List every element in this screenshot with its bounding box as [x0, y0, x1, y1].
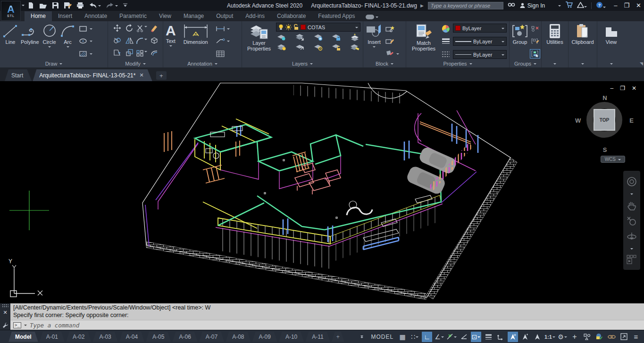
- panel-label-view[interactable]: [597, 60, 625, 67]
- layout-tab-a07[interactable]: A-07: [199, 332, 224, 342]
- new-drawing-tab-button[interactable]: +: [156, 71, 167, 80]
- lineweight-list-icon[interactable]: [441, 37, 451, 46]
- panel-expand-icon[interactable]: ◥: [640, 61, 643, 66]
- command-wrench-icon[interactable]: [2, 322, 8, 330]
- viewcube-north[interactable]: N: [574, 94, 636, 101]
- close-button[interactable]: ✕: [636, 2, 641, 9]
- layer-freeze-icon[interactable]: [314, 33, 323, 42]
- wcs-menu[interactable]: WCS: [601, 156, 625, 163]
- utilities-button[interactable]: Utilities: [546, 23, 563, 60]
- tab-output[interactable]: Output: [210, 11, 239, 21]
- layout-tab-a06[interactable]: A-06: [172, 332, 197, 342]
- connect-icon[interactable]: [366, 15, 378, 21]
- linetype-list-icon[interactable]: [441, 50, 451, 59]
- rotate-icon[interactable]: [125, 24, 134, 33]
- panel-label-groups[interactable]: Groups: [510, 60, 541, 67]
- scale-value[interactable]: 1:1: [544, 332, 555, 342]
- ortho-mode-icon[interactable]: ∟: [422, 332, 432, 342]
- grid-display-icon[interactable]: ▦: [397, 332, 408, 342]
- layout-tab-a02[interactable]: A-02: [66, 332, 91, 342]
- group-selection-toggle-icon[interactable]: [530, 50, 540, 58]
- lineweight-caret-icon[interactable]: [502, 41, 504, 44]
- search-icon[interactable]: [508, 2, 515, 9]
- group-edit-icon[interactable]: [530, 37, 540, 45]
- zoom-icon[interactable]: [627, 216, 637, 226]
- help-icon[interactable]: ?: [596, 1, 606, 10]
- navbar-caret-icon[interactable]: [630, 193, 633, 196]
- layer-lock-icon[interactable]: [332, 33, 341, 42]
- layout-tab-a11[interactable]: A-11: [305, 332, 330, 342]
- polar-tracking-icon[interactable]: ∠: [434, 332, 444, 342]
- clean-screen-icon[interactable]: [619, 332, 629, 342]
- sign-in-caret-icon[interactable]: [558, 5, 561, 8]
- search-input[interactable]: [428, 2, 503, 9]
- table-icon[interactable]: [216, 50, 225, 58]
- model-space-toggle[interactable]: MODEL: [371, 334, 393, 340]
- edit-block-icon[interactable]: [385, 37, 394, 45]
- panel-label-modify[interactable]: Modify: [108, 60, 163, 67]
- layer-match-icon[interactable]: [277, 43, 286, 51]
- rectangle-caret-icon[interactable]: [90, 28, 92, 31]
- object-snap-icon[interactable]: ⊡: [471, 332, 481, 342]
- command-close-icon[interactable]: ✕: [3, 310, 7, 316]
- viewcube[interactable]: N S W E TOP: [574, 95, 636, 152]
- fillet-icon[interactable]: [136, 38, 147, 44]
- offset-icon[interactable]: [150, 50, 158, 58]
- create-block-icon[interactable]: [385, 25, 394, 33]
- orbit-icon[interactable]: [627, 232, 637, 242]
- circle-caret-icon[interactable]: [48, 46, 51, 49]
- pan-hand-icon[interactable]: [627, 201, 637, 211]
- lineweight-display-icon[interactable]: [483, 332, 493, 342]
- layout-tab-a10[interactable]: A-10: [279, 332, 304, 342]
- array-caret-icon[interactable]: [144, 51, 147, 54]
- viewport-restore-icon[interactable]: ❐: [620, 85, 625, 92]
- copy-icon[interactable]: [113, 37, 121, 45]
- layout-overflow-icon[interactable]: [360, 335, 363, 339]
- layer-properties-button[interactable]: Layer Properties: [244, 23, 274, 60]
- make-current-layer-icon[interactable]: [350, 33, 360, 42]
- tab-parametric[interactable]: Parametric: [113, 11, 153, 21]
- panel-label-clipboard[interactable]: [569, 60, 597, 67]
- dim-caret-icon[interactable]: [227, 28, 230, 31]
- panel-label-draw[interactable]: Draw: [0, 60, 108, 67]
- orbit-caret-icon[interactable]: [630, 248, 633, 251]
- redo-caret-icon[interactable]: [115, 5, 118, 8]
- stretch-icon[interactable]: [113, 49, 121, 58]
- navigation-wheel-icon[interactable]: [626, 176, 637, 187]
- annotation-scale-icon[interactable]: [532, 332, 543, 342]
- fillet-caret-icon[interactable]: [144, 39, 147, 42]
- file-tab-document[interactable]: ArquitecturaTablazo- FINAL-13-05-21*✕: [33, 69, 152, 81]
- trim-icon[interactable]: [136, 25, 147, 33]
- open-file-button[interactable]: [39, 2, 47, 9]
- linetype-select[interactable]: ByLayer: [453, 50, 507, 59]
- search-expand-icon[interactable]: ▶: [420, 3, 424, 8]
- block-attributes-icon[interactable]: [385, 50, 394, 58]
- command-drag-grip[interactable]: [2, 304, 8, 308]
- tab-add-ins[interactable]: Add-ins: [239, 11, 271, 21]
- layer-previous-icon[interactable]: [295, 43, 305, 51]
- tab-collaborate[interactable]: Collaborate: [271, 11, 312, 21]
- layer-isolate-icon[interactable]: [295, 33, 305, 42]
- layout-tab-a05[interactable]: A-05: [146, 332, 171, 342]
- tab-annotate[interactable]: Annotate: [78, 11, 113, 21]
- layout-tab-a08[interactable]: A-08: [226, 332, 251, 342]
- mirror-icon[interactable]: [125, 37, 134, 45]
- redo-button[interactable]: [106, 2, 118, 8]
- insert-caret-icon[interactable]: [373, 46, 376, 49]
- rectangle-tool-icon[interactable]: [78, 25, 88, 33]
- lineweight-select[interactable]: ByLayer: [453, 37, 507, 46]
- restore-button[interactable]: ❐: [624, 2, 629, 9]
- minimize-button[interactable]: –: [614, 2, 617, 9]
- dynamic-ucs-icon[interactable]: [495, 332, 506, 342]
- dimension-button[interactable]: Dimension: [178, 23, 213, 60]
- viewcube-west[interactable]: W: [575, 117, 581, 124]
- model-tab[interactable]: Model: [8, 332, 38, 342]
- app-menu-caret-icon[interactable]: [22, 5, 25, 8]
- array-icon[interactable]: [136, 50, 147, 57]
- panel-label-utilities[interactable]: [542, 60, 568, 67]
- ungroup-icon[interactable]: [530, 25, 540, 33]
- panel-label-properties[interactable]: Properties◥: [406, 60, 509, 67]
- trim-caret-icon[interactable]: [144, 26, 147, 29]
- text-button[interactable]: A Text: [166, 23, 176, 60]
- layout-tab-a01[interactable]: A-01: [40, 332, 65, 342]
